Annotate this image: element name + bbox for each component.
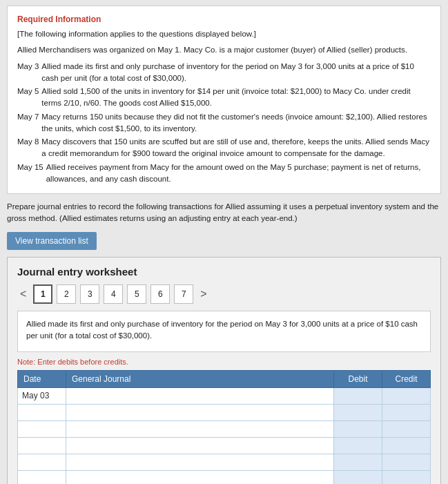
col-date: Date [18, 370, 66, 387]
may-day: May 15 [17, 162, 43, 186]
may-desc: Allied made its first and only purchase … [41, 61, 431, 85]
page-num-4[interactable]: 4 [104, 284, 123, 304]
page-num-2[interactable]: 2 [57, 284, 76, 304]
date-cell [18, 454, 66, 470]
transaction-description: Allied made its first and only purchase … [17, 311, 431, 352]
debit-cell[interactable] [334, 470, 382, 484]
may-items-list: May 3Allied made its first and only purc… [17, 61, 431, 186]
debit-cell[interactable] [334, 387, 382, 404]
may-list-item: May 8Macy discovers that 150 units are s… [17, 136, 431, 160]
company-description: Allied Merchandisers was organized on Ma… [17, 44, 431, 56]
page-num-6[interactable]: 6 [150, 284, 170, 304]
note-text: Note: Enter debits before credits. [17, 358, 431, 366]
table-row [18, 470, 431, 484]
col-debit: Debit [334, 370, 382, 387]
journal-cell[interactable] [66, 420, 334, 437]
may-desc: Macy discovers that 150 units are scuffe… [41, 136, 431, 160]
date-cell [18, 420, 66, 437]
credit-cell[interactable] [382, 387, 431, 404]
date-cell [18, 404, 66, 420]
pagination: < 1234567 > [17, 284, 431, 304]
may-day: May 3 [17, 61, 39, 85]
may-list-item: May 7Macy returns 150 units because they… [17, 111, 431, 135]
credit-cell[interactable] [382, 437, 431, 454]
may-day: May 7 [17, 111, 39, 135]
page-num-5[interactable]: 5 [127, 284, 146, 304]
may-day: May 5 [17, 86, 39, 110]
table-row: May 03 [18, 387, 431, 404]
credit-cell[interactable] [382, 470, 431, 484]
may-desc: Allied receives payment from Macy for th… [46, 162, 431, 186]
view-transaction-button[interactable]: View transaction list [7, 232, 97, 250]
may-day: May 8 [17, 136, 39, 160]
date-cell [18, 437, 66, 454]
credit-cell[interactable] [382, 420, 431, 437]
journal-cell[interactable] [66, 437, 334, 454]
required-info-box: Required Information [The following info… [7, 6, 441, 194]
journal-cell[interactable] [66, 454, 334, 470]
debit-cell[interactable] [334, 420, 382, 437]
next-page-button[interactable]: > [197, 288, 209, 300]
col-credit: Credit [382, 370, 431, 387]
page-num-1[interactable]: 1 [33, 284, 52, 304]
page-num-3[interactable]: 3 [80, 284, 99, 304]
may-list-item: May 3Allied made its first and only purc… [17, 61, 431, 85]
debit-cell[interactable] [334, 454, 382, 470]
may-desc: Allied sold 1,500 of the units in invent… [41, 86, 431, 110]
date-cell [18, 470, 66, 484]
date-cell: May 03 [18, 387, 66, 404]
debit-cell[interactable] [334, 437, 382, 454]
credit-cell[interactable] [382, 404, 431, 420]
required-info-title: Required Information [17, 13, 431, 26]
col-general-journal: General Journal [66, 370, 334, 387]
table-row [18, 404, 431, 420]
journal-cell[interactable] [66, 470, 334, 484]
may-list-item: May 15Allied receives payment from Macy … [17, 162, 431, 186]
journal-worksheet: Journal entry worksheet < 1234567 > Alli… [7, 257, 441, 485]
page-num-7[interactable]: 7 [174, 284, 193, 304]
table-row [18, 454, 431, 470]
journal-cell[interactable] [66, 404, 334, 420]
journal-title: Journal entry worksheet [17, 266, 431, 278]
table-row [18, 437, 431, 454]
table-row [18, 420, 431, 437]
credit-cell[interactable] [382, 454, 431, 470]
may-list-item: May 5Allied sold 1,500 of the units in i… [17, 86, 431, 110]
may-desc: Macy returns 150 units because they did … [41, 111, 431, 135]
prev-page-button[interactable]: < [17, 288, 29, 300]
gross-method-text: Prepare journal entries to record the fo… [7, 201, 441, 225]
journal-table: Date General Journal Debit Credit May 03 [17, 370, 431, 485]
required-info-subtitle: [The following information applies to th… [17, 28, 431, 40]
debit-cell[interactable] [334, 404, 382, 420]
journal-cell[interactable] [66, 387, 334, 404]
